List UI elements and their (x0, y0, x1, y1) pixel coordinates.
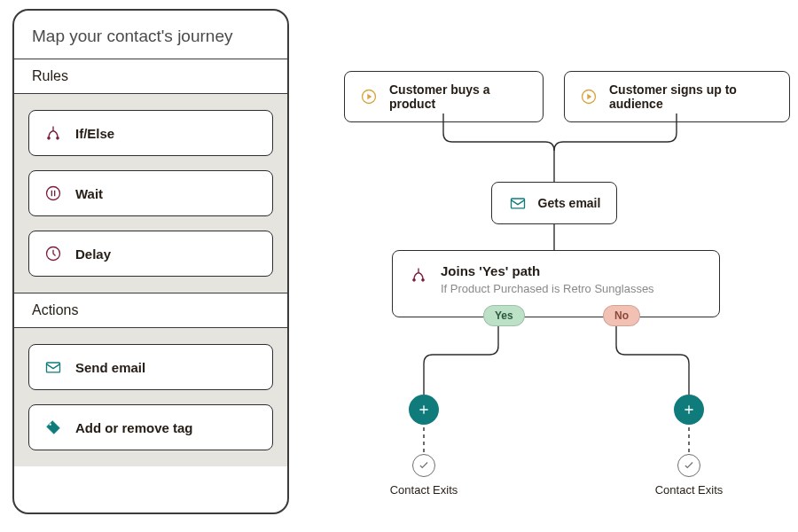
trigger-icon (359, 87, 379, 106)
no-pill: No (603, 305, 640, 326)
rule-item-delay[interactable]: Delay (28, 231, 273, 277)
svg-rect-8 (511, 199, 524, 208)
trigger-node-label: Customer buys a product (389, 82, 528, 111)
journey-canvas: Customer buys a product Customer signs u… (301, 0, 798, 532)
condition-subtitle: If Product Purchased is Retro Sunglasses (441, 282, 654, 295)
svg-point-10 (422, 279, 424, 281)
rule-item-wait[interactable]: Wait (28, 170, 273, 216)
rules-section-header: Rules (14, 59, 287, 94)
action-item-label: Send email (75, 360, 145, 375)
rule-item-label: Delay (75, 246, 111, 262)
action-item-send-email[interactable]: Send email (28, 344, 273, 390)
branch-icon (43, 123, 63, 143)
action-item-tag[interactable]: Add or remove tag (28, 404, 273, 450)
trigger-node-buys-product[interactable]: Customer buys a product (344, 71, 544, 122)
trigger-icon (579, 87, 598, 106)
exit-node-no (677, 454, 700, 477)
svg-point-5 (49, 423, 51, 426)
email-node-label: Gets email (538, 196, 601, 210)
trigger-node-signs-up[interactable]: Customer signs up to audience (564, 71, 790, 122)
rule-item-label: Wait (75, 186, 103, 201)
mail-icon (508, 193, 528, 213)
rule-item-label: If/Else (75, 126, 114, 141)
add-step-yes-button[interactable] (409, 395, 439, 425)
actions-section-header: Actions (14, 293, 287, 328)
condition-node[interactable]: Joins 'Yes' path If Product Purchased is… (392, 250, 720, 317)
rules-section-body: If/Else Wait Delay (14, 94, 287, 293)
add-step-no-button[interactable] (674, 395, 704, 425)
svg-point-9 (413, 279, 415, 281)
action-item-label: Add or remove tag (75, 420, 193, 435)
trigger-node-label: Customer signs up to audience (609, 82, 775, 111)
svg-point-1 (57, 137, 59, 139)
rule-item-if-else[interactable]: If/Else (28, 110, 273, 156)
pause-icon (43, 184, 63, 203)
email-node[interactable]: Gets email (491, 182, 617, 224)
svg-point-0 (48, 137, 50, 139)
edge-email-to-condition (301, 0, 798, 266)
exit-label-yes: Contact Exits (388, 483, 459, 497)
svg-point-2 (47, 187, 60, 200)
journey-builder-panel: Map your contact's journey Rules If/Else… (12, 9, 289, 514)
mail-icon (43, 357, 63, 377)
tag-icon (43, 418, 63, 437)
yes-pill: Yes (483, 305, 525, 326)
condition-title: Joins 'Yes' path (441, 263, 654, 278)
panel-title: Map your contact's journey (14, 11, 287, 59)
branch-icon (409, 265, 428, 285)
clock-icon (43, 244, 63, 263)
exit-node-yes (412, 454, 435, 477)
svg-rect-4 (47, 363, 60, 372)
actions-section-body: Send email Add or remove tag (14, 328, 287, 466)
exit-label-no: Contact Exits (653, 483, 724, 497)
